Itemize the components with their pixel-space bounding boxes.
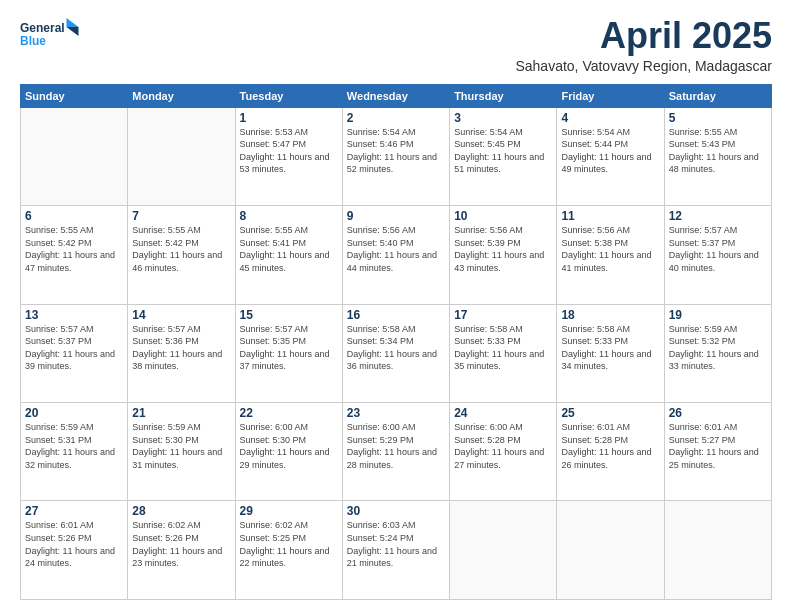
calendar-cell: 17Sunrise: 5:58 AMSunset: 5:33 PMDayligh… — [450, 304, 557, 402]
calendar-cell: 29Sunrise: 6:02 AMSunset: 5:25 PMDayligh… — [235, 501, 342, 600]
day-info: Sunrise: 6:00 AMSunset: 5:28 PMDaylight:… — [454, 421, 552, 471]
day-info: Sunrise: 5:58 AMSunset: 5:34 PMDaylight:… — [347, 323, 445, 373]
svg-marker-2 — [67, 18, 79, 27]
day-number: 9 — [347, 209, 445, 223]
calendar-cell: 23Sunrise: 6:00 AMSunset: 5:29 PMDayligh… — [342, 403, 449, 501]
calendar-week-3: 13Sunrise: 5:57 AMSunset: 5:37 PMDayligh… — [21, 304, 772, 402]
header-thursday: Thursday — [450, 84, 557, 107]
day-number: 23 — [347, 406, 445, 420]
calendar-cell: 18Sunrise: 5:58 AMSunset: 5:33 PMDayligh… — [557, 304, 664, 402]
day-info: Sunrise: 6:01 AMSunset: 5:28 PMDaylight:… — [561, 421, 659, 471]
day-info: Sunrise: 5:53 AMSunset: 5:47 PMDaylight:… — [240, 126, 338, 176]
day-number: 7 — [132, 209, 230, 223]
day-info: Sunrise: 5:59 AMSunset: 5:30 PMDaylight:… — [132, 421, 230, 471]
svg-text:General: General — [20, 21, 65, 35]
day-number: 5 — [669, 111, 767, 125]
calendar-cell: 1Sunrise: 5:53 AMSunset: 5:47 PMDaylight… — [235, 107, 342, 205]
calendar-cell: 9Sunrise: 5:56 AMSunset: 5:40 PMDaylight… — [342, 206, 449, 304]
calendar-table: Sunday Monday Tuesday Wednesday Thursday… — [20, 84, 772, 600]
day-info: Sunrise: 5:55 AMSunset: 5:42 PMDaylight:… — [25, 224, 123, 274]
day-number: 25 — [561, 406, 659, 420]
day-number: 8 — [240, 209, 338, 223]
day-info: Sunrise: 5:59 AMSunset: 5:31 PMDaylight:… — [25, 421, 123, 471]
calendar-cell: 21Sunrise: 5:59 AMSunset: 5:30 PMDayligh… — [128, 403, 235, 501]
calendar-cell: 28Sunrise: 6:02 AMSunset: 5:26 PMDayligh… — [128, 501, 235, 600]
header-wednesday: Wednesday — [342, 84, 449, 107]
day-number: 26 — [669, 406, 767, 420]
day-number: 18 — [561, 308, 659, 322]
day-info: Sunrise: 6:03 AMSunset: 5:24 PMDaylight:… — [347, 519, 445, 569]
day-info: Sunrise: 5:56 AMSunset: 5:38 PMDaylight:… — [561, 224, 659, 274]
header-saturday: Saturday — [664, 84, 771, 107]
calendar-cell: 14Sunrise: 5:57 AMSunset: 5:36 PMDayligh… — [128, 304, 235, 402]
calendar-cell: 3Sunrise: 5:54 AMSunset: 5:45 PMDaylight… — [450, 107, 557, 205]
calendar-cell: 10Sunrise: 5:56 AMSunset: 5:39 PMDayligh… — [450, 206, 557, 304]
day-number: 4 — [561, 111, 659, 125]
calendar-cell: 22Sunrise: 6:00 AMSunset: 5:30 PMDayligh… — [235, 403, 342, 501]
calendar-cell — [664, 501, 771, 600]
calendar-cell: 4Sunrise: 5:54 AMSunset: 5:44 PMDaylight… — [557, 107, 664, 205]
day-number: 13 — [25, 308, 123, 322]
calendar-cell: 7Sunrise: 5:55 AMSunset: 5:42 PMDaylight… — [128, 206, 235, 304]
day-info: Sunrise: 5:59 AMSunset: 5:32 PMDaylight:… — [669, 323, 767, 373]
day-number: 12 — [669, 209, 767, 223]
calendar-cell: 26Sunrise: 6:01 AMSunset: 5:27 PMDayligh… — [664, 403, 771, 501]
logo: General Blue — [20, 16, 80, 56]
day-number: 1 — [240, 111, 338, 125]
day-number: 22 — [240, 406, 338, 420]
day-number: 28 — [132, 504, 230, 518]
day-number: 21 — [132, 406, 230, 420]
day-info: Sunrise: 5:57 AMSunset: 5:37 PMDaylight:… — [25, 323, 123, 373]
day-number: 14 — [132, 308, 230, 322]
day-number: 19 — [669, 308, 767, 322]
header: General Blue April 2025 Sahavato, Vatova… — [20, 16, 772, 74]
day-number: 16 — [347, 308, 445, 322]
calendar-cell: 27Sunrise: 6:01 AMSunset: 5:26 PMDayligh… — [21, 501, 128, 600]
day-number: 6 — [25, 209, 123, 223]
day-number: 15 — [240, 308, 338, 322]
logo-svg: General Blue — [20, 16, 80, 56]
day-number: 17 — [454, 308, 552, 322]
day-number: 2 — [347, 111, 445, 125]
header-friday: Friday — [557, 84, 664, 107]
calendar-cell: 5Sunrise: 5:55 AMSunset: 5:43 PMDaylight… — [664, 107, 771, 205]
day-info: Sunrise: 5:54 AMSunset: 5:44 PMDaylight:… — [561, 126, 659, 176]
calendar-cell: 16Sunrise: 5:58 AMSunset: 5:34 PMDayligh… — [342, 304, 449, 402]
header-monday: Monday — [128, 84, 235, 107]
calendar-cell — [450, 501, 557, 600]
day-info: Sunrise: 5:54 AMSunset: 5:45 PMDaylight:… — [454, 126, 552, 176]
calendar-cell: 11Sunrise: 5:56 AMSunset: 5:38 PMDayligh… — [557, 206, 664, 304]
calendar-cell — [128, 107, 235, 205]
day-info: Sunrise: 5:57 AMSunset: 5:37 PMDaylight:… — [669, 224, 767, 274]
calendar-cell: 2Sunrise: 5:54 AMSunset: 5:46 PMDaylight… — [342, 107, 449, 205]
day-info: Sunrise: 5:55 AMSunset: 5:42 PMDaylight:… — [132, 224, 230, 274]
calendar-cell: 12Sunrise: 5:57 AMSunset: 5:37 PMDayligh… — [664, 206, 771, 304]
day-info: Sunrise: 6:01 AMSunset: 5:26 PMDaylight:… — [25, 519, 123, 569]
day-number: 11 — [561, 209, 659, 223]
header-sunday: Sunday — [21, 84, 128, 107]
day-info: Sunrise: 6:02 AMSunset: 5:26 PMDaylight:… — [132, 519, 230, 569]
day-number: 10 — [454, 209, 552, 223]
calendar-cell: 8Sunrise: 5:55 AMSunset: 5:41 PMDaylight… — [235, 206, 342, 304]
calendar-cell — [557, 501, 664, 600]
calendar-cell: 20Sunrise: 5:59 AMSunset: 5:31 PMDayligh… — [21, 403, 128, 501]
day-info: Sunrise: 5:54 AMSunset: 5:46 PMDaylight:… — [347, 126, 445, 176]
svg-text:Blue: Blue — [20, 34, 46, 48]
calendar-cell: 25Sunrise: 6:01 AMSunset: 5:28 PMDayligh… — [557, 403, 664, 501]
day-info: Sunrise: 5:57 AMSunset: 5:35 PMDaylight:… — [240, 323, 338, 373]
svg-marker-3 — [67, 27, 79, 36]
page: General Blue April 2025 Sahavato, Vatova… — [0, 0, 792, 612]
day-info: Sunrise: 5:57 AMSunset: 5:36 PMDaylight:… — [132, 323, 230, 373]
calendar-week-1: 1Sunrise: 5:53 AMSunset: 5:47 PMDaylight… — [21, 107, 772, 205]
calendar-cell: 24Sunrise: 6:00 AMSunset: 5:28 PMDayligh… — [450, 403, 557, 501]
calendar-week-5: 27Sunrise: 6:01 AMSunset: 5:26 PMDayligh… — [21, 501, 772, 600]
weekday-header-row: Sunday Monday Tuesday Wednesday Thursday… — [21, 84, 772, 107]
calendar-cell — [21, 107, 128, 205]
calendar-cell: 30Sunrise: 6:03 AMSunset: 5:24 PMDayligh… — [342, 501, 449, 600]
day-info: Sunrise: 5:55 AMSunset: 5:43 PMDaylight:… — [669, 126, 767, 176]
day-info: Sunrise: 5:55 AMSunset: 5:41 PMDaylight:… — [240, 224, 338, 274]
day-info: Sunrise: 6:00 AMSunset: 5:29 PMDaylight:… — [347, 421, 445, 471]
day-info: Sunrise: 6:01 AMSunset: 5:27 PMDaylight:… — [669, 421, 767, 471]
day-info: Sunrise: 5:56 AMSunset: 5:39 PMDaylight:… — [454, 224, 552, 274]
day-number: 24 — [454, 406, 552, 420]
